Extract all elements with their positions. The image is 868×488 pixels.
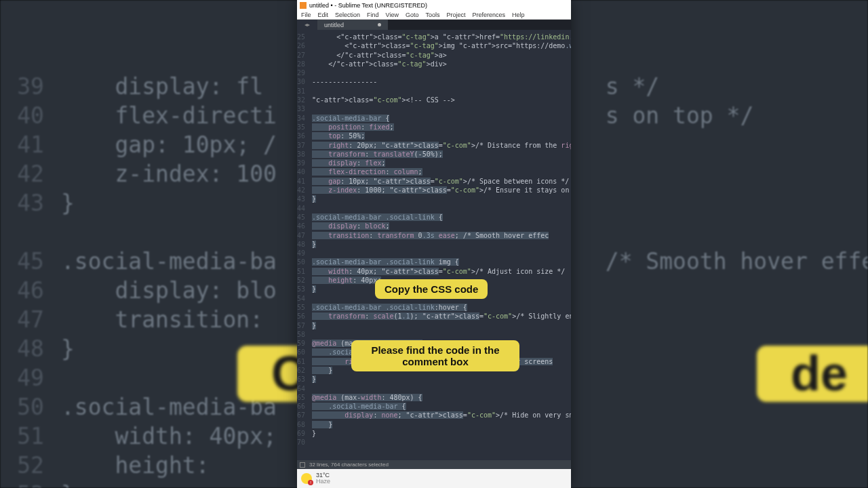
weather-desc: Haze bbox=[316, 479, 330, 485]
menu-edit[interactable]: Edit bbox=[318, 12, 329, 18]
menu-file[interactable]: File bbox=[301, 12, 311, 18]
line-gutter: 25 26 27 28 29 30 31 32 33 34 35 36 37 3… bbox=[297, 30, 309, 460]
window-titlebar[interactable]: untitled • - Sublime Text (UNREGISTERED) bbox=[297, 0, 571, 10]
bg-callout-right: de bbox=[757, 346, 868, 402]
menu-bar: FileEditSelectionFindViewGotoToolsProjec… bbox=[297, 10, 571, 20]
callout-comment-box: Please find the code in the comment box bbox=[351, 340, 519, 371]
tab-strip: ◂▸ untitled bbox=[297, 20, 571, 30]
code-content[interactable]: <"c-attr">class="c-tag">a "c-attr">href=… bbox=[309, 30, 571, 460]
status-bar: 32 lines, 764 characters selected bbox=[297, 460, 571, 469]
weather-icon[interactable] bbox=[301, 473, 312, 484]
menu-preferences[interactable]: Preferences bbox=[472, 12, 505, 18]
windows-taskbar[interactable]: 31°C Haze bbox=[297, 469, 571, 488]
menu-tools[interactable]: Tools bbox=[425, 12, 439, 18]
panel-switch-icon[interactable] bbox=[300, 462, 305, 468]
menu-project[interactable]: Project bbox=[446, 12, 465, 18]
weather-widget[interactable]: 31°C Haze bbox=[316, 472, 330, 485]
sublime-window: untitled • - Sublime Text (UNREGISTERED)… bbox=[297, 0, 571, 488]
selection-status: 32 lines, 764 characters selected bbox=[309, 462, 389, 468]
menu-goto[interactable]: Goto bbox=[406, 12, 419, 18]
tab-untitled[interactable]: untitled bbox=[317, 20, 388, 30]
window-title: untitled • - Sublime Text (UNREGISTERED) bbox=[309, 2, 427, 9]
callout-copy-css: Copy the CSS code bbox=[375, 279, 488, 299]
menu-help[interactable]: Help bbox=[512, 12, 525, 18]
editor-area[interactable]: 25 26 27 28 29 30 31 32 33 34 35 36 37 3… bbox=[297, 30, 571, 460]
menu-find[interactable]: Find bbox=[367, 12, 379, 18]
menu-selection[interactable]: Selection bbox=[335, 12, 360, 18]
nav-back-forward[interactable]: ◂▸ bbox=[297, 20, 317, 30]
app-icon bbox=[300, 2, 307, 9]
menu-view[interactable]: View bbox=[386, 12, 399, 18]
modified-indicator-icon bbox=[378, 23, 381, 26]
tab-label: untitled bbox=[324, 22, 344, 28]
